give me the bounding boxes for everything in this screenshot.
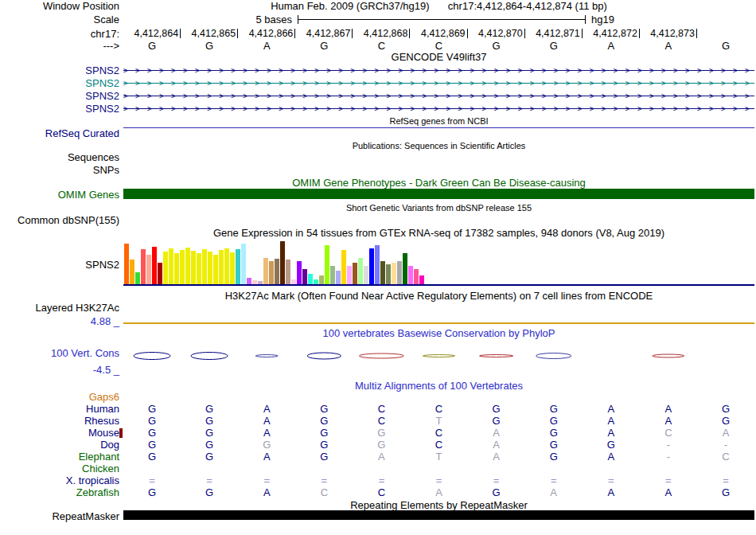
- alignment-row-rhesus[interactable]: RhesusGGAGCTGGAAG: [0, 415, 756, 427]
- gtex-bar: [158, 263, 162, 285]
- gtex-bar: [397, 261, 402, 285]
- gtex-bar: [146, 255, 151, 285]
- alignment-base: -: [640, 439, 697, 451]
- alignment-base: =: [353, 474, 410, 486]
- base-cell: G: [697, 40, 754, 51]
- alignment-base: G: [123, 439, 181, 451]
- omim-gene-bar[interactable]: [123, 189, 754, 199]
- conservation-plot[interactable]: [123, 346, 754, 368]
- alignment-row-human[interactable]: HumanGGAGCCGGAAG: [0, 403, 756, 415]
- alignment-base: G: [295, 403, 353, 415]
- alignment-base: G: [697, 415, 754, 427]
- gtex-bars[interactable]: [124, 240, 633, 285]
- alignment-row-dog[interactable]: DogGGGGGCAGG--: [0, 439, 756, 451]
- alignment-base: T: [410, 415, 467, 427]
- alignment-base: G: [583, 439, 640, 451]
- ruler-cell: 4,412,870: [468, 28, 525, 39]
- alignment-base: C: [697, 451, 754, 463]
- position-title: Human Feb. 2009 (GRCh37/hg19) chr17:4,41…: [123, 1, 754, 11]
- dbsnp-label[interactable]: Common dbSNP(155): [0, 215, 119, 225]
- omim-title[interactable]: OMIM Gene Phenotypes - Dark Green Can Be…: [123, 178, 754, 188]
- alignment-base: A: [583, 403, 640, 415]
- gencode-gene-row[interactable]: >>>>>>>>>>>>>>>>>>>>>>>>>>>>>>>>>>>>>>>>…: [123, 103, 754, 115]
- alignment-row-mouse[interactable]: MouseGGAGGCAGACA: [0, 427, 756, 439]
- repeatmasker-title[interactable]: Repeating Elements by RepeatMasker: [123, 500, 754, 510]
- alignment-base: A: [525, 486, 583, 498]
- gencode-gene-label[interactable]: SPNS2: [0, 65, 119, 76]
- species-label[interactable]: Zebrafish: [0, 487, 119, 498]
- alignment-cells: ===========: [123, 474, 754, 486]
- alignment-base: G: [181, 403, 238, 415]
- base-cell: G: [468, 40, 525, 51]
- conservation-axis-max: 4.88 _: [0, 316, 119, 326]
- species-label[interactable]: Elephant: [0, 451, 119, 462]
- refseq-gene-line[interactable]: [123, 127, 754, 128]
- h3k27ac-label[interactable]: Layered H3K27Ac: [0, 303, 119, 313]
- ruler-cell: 4,412,871: [525, 28, 583, 39]
- species-label[interactable]: Rhesus: [0, 416, 119, 426]
- scale-bar: [298, 15, 586, 24]
- gencode-title[interactable]: GENCODE V49lift37: [123, 52, 754, 62]
- alignment-row-chicken[interactable]: Chicken: [0, 463, 756, 474]
- species-label[interactable]: Dog: [0, 439, 119, 450]
- alignment-row-elephant[interactable]: ElephantGGAGATAGA-C: [0, 451, 756, 463]
- alignment-base: G: [295, 427, 353, 439]
- gencode-gene-label[interactable]: SPNS2: [0, 103, 119, 114]
- conservation-label[interactable]: 100 Vert. Cons: [0, 348, 119, 358]
- dbsnp-title[interactable]: Short Genetic Variants from dbSNP releas…: [123, 203, 754, 213]
- genome-browser: Window Position Human Feb. 2009 (GRCh37/…: [0, 0, 756, 535]
- alignment-cells: GGAGCTGGAAG: [123, 415, 754, 427]
- h3k27ac-title[interactable]: H3K27Ac Mark (Often Found Near Active Re…: [123, 291, 754, 301]
- gencode-gene-label[interactable]: SPNS2: [0, 78, 119, 88]
- alignment-base: =: [181, 474, 238, 486]
- alignment-base: G: [123, 486, 181, 498]
- gtex-bar: [408, 266, 413, 285]
- h3k27ac-baseline: [123, 322, 754, 324]
- alignment-base: A: [238, 486, 295, 498]
- position-ruler: 4,412,8644,412,8654,412,8664,412,8674,41…: [123, 28, 754, 39]
- species-label[interactable]: Chicken: [0, 463, 119, 474]
- alignment-base: =: [410, 474, 467, 486]
- base-row: GGAGCCGGAAG: [123, 40, 754, 51]
- gtex-bar: [141, 249, 146, 285]
- alignment-base: C: [353, 415, 410, 427]
- gencode-gene-label[interactable]: SPNS2: [0, 91, 119, 101]
- gaps-label[interactable]: Gaps6: [0, 392, 119, 402]
- alignment-base: A: [697, 427, 754, 439]
- alignment-base: G: [295, 451, 353, 463]
- alignment-base: G: [181, 439, 238, 451]
- sequences-label[interactable]: Sequences: [0, 152, 119, 162]
- gencode-gene-row[interactable]: >>>>>>>>>>>>>>>>>>>>>>>>>>>>>>>>>>>>>>>>…: [123, 64, 754, 76]
- gtex-bar: [369, 248, 374, 285]
- snps-label[interactable]: SNPs: [0, 165, 119, 175]
- species-label[interactable]: X. tropicalis: [0, 475, 119, 486]
- assembly-short-label: hg19: [591, 14, 614, 25]
- conservation-title[interactable]: 100 vertebrates Basewise Conservation by…: [123, 328, 754, 338]
- alignment-row-zebrafish[interactable]: ZebrafishGGACCAGAAAG: [0, 486, 756, 498]
- multiz-title[interactable]: Multiz Alignments of 100 Vertebrates: [123, 381, 754, 391]
- alignment-base: A: [238, 415, 295, 427]
- refseq-title[interactable]: RefSeq genes from NCBI: [123, 116, 754, 127]
- gtex-title[interactable]: Gene Expression in 54 tissues from GTEx …: [123, 228, 754, 238]
- gtex-bar: [347, 266, 352, 285]
- gencode-gene-row[interactable]: >>>>>>>>>>>>>>>>>>>>>>>>>>>>>>>>>>>>>>>>…: [123, 90, 754, 102]
- species-label[interactable]: Human: [0, 404, 119, 414]
- alignment-base: G: [697, 486, 754, 498]
- refseq-curated-label[interactable]: RefSeq Curated: [0, 128, 119, 139]
- ruler-cell: 4,412,868: [353, 28, 410, 39]
- alignment-base: G: [238, 439, 295, 451]
- alignment-base: C: [353, 403, 410, 415]
- alignment-base: =: [583, 474, 640, 486]
- omim-genes-label[interactable]: OMIM Genes: [0, 189, 119, 200]
- publications-title[interactable]: Publications: Sequences in Scientific Ar…: [123, 141, 754, 151]
- alignment-base: G: [123, 403, 181, 415]
- species-label[interactable]: Mouse: [0, 428, 119, 438]
- alignment-row-xtropicalis[interactable]: X. tropicalis===========: [0, 474, 756, 486]
- gencode-gene-row[interactable]: >>>>>>>>>>>>>>>>>>>>>>>>>>>>>>>>>>>>>>>>…: [123, 77, 754, 89]
- gtex-bar: [236, 249, 240, 285]
- gtex-gene-label[interactable]: SPNS2: [0, 260, 119, 270]
- gtex-bar: [169, 248, 173, 285]
- repeatmasker-label[interactable]: RepeatMasker: [0, 511, 119, 521]
- repeatmasker-bar[interactable]: [123, 510, 754, 520]
- alignment-base: G: [697, 403, 754, 415]
